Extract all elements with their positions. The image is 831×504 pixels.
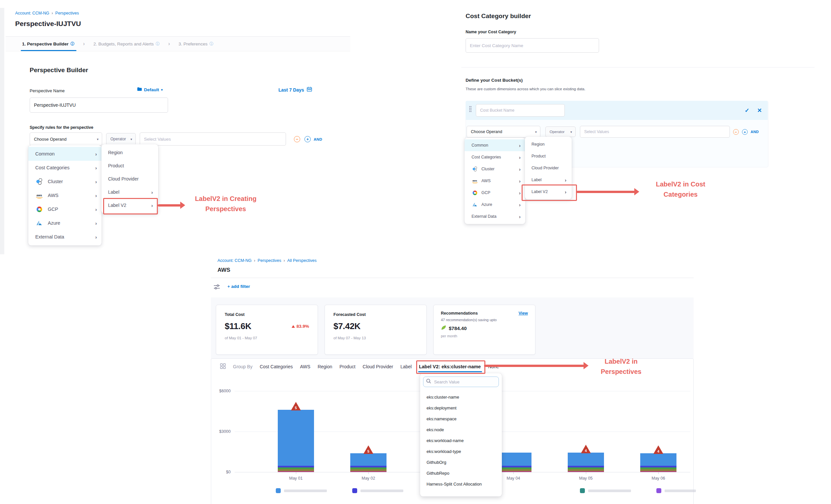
chevron-right-icon (95, 234, 97, 240)
label-value-eks-workload-name[interactable]: eks:workload-name (423, 435, 499, 446)
submenu-item-cloud-provider[interactable]: Cloud Provider (525, 162, 572, 174)
submenu-item-cloud-provider[interactable]: Cloud Provider (102, 172, 158, 185)
cost-delta: 83.9% (292, 324, 309, 329)
remove-rule-button[interactable] (294, 136, 300, 142)
operand-menu: CommonCost CategoriesClusterawsAWSGCPAzu… (28, 145, 102, 245)
operand-menu-item-external-data[interactable]: External Data (465, 210, 525, 223)
cost-bucket-name-input[interactable] (476, 104, 565, 117)
date-range-picker[interactable]: Last 7 Days (279, 87, 312, 93)
filter-icon[interactable] (213, 284, 220, 291)
group-by-region[interactable]: Region (318, 364, 332, 369)
operand-menu-item-cost-categories[interactable]: Cost Categories (28, 161, 102, 175)
chevron-right-icon (52, 10, 53, 16)
operand-menu-item-azure[interactable]: Azure (28, 216, 102, 230)
operator-select-right[interactable]: Operator (545, 126, 576, 137)
cost-bar-may-01[interactable] (278, 410, 314, 472)
chevron-right-icon (95, 165, 97, 171)
label-value-harness-split-cost-allocation[interactable]: Harness-Split Cost Allocation (423, 479, 499, 490)
operand-menu-item-cluster[interactable]: Cluster (465, 163, 525, 175)
page-title: Perspective-IUJTVU (15, 20, 81, 28)
select-values-input-right[interactable] (580, 126, 730, 138)
search-value-input[interactable] (433, 379, 491, 385)
add-filter-button[interactable]: + add filter (227, 284, 250, 289)
operand-menu-item-cluster[interactable]: Cluster (28, 175, 102, 188)
group-by-cost-categories[interactable]: Cost Categories (260, 364, 293, 369)
legend-chip (656, 488, 661, 493)
breadcrumb-bottom: Account: CCM-NG Perspectives All Perspec… (218, 258, 317, 263)
forecasted-cost-period: of May 07 - May 13 (334, 336, 418, 340)
and-label-right: AND (751, 130, 759, 134)
tab-perspective-builder[interactable]: 1. Perspective Builderⓘ (22, 41, 75, 47)
submenu-item-region[interactable]: Region (102, 146, 158, 159)
operand-menu-item-common[interactable]: Common (28, 147, 102, 161)
group-by-aws[interactable]: AWS (300, 364, 310, 369)
breadcrumb-perspectives-link[interactable]: Perspectives (258, 258, 281, 263)
y-axis-label: $6000 (211, 389, 231, 393)
label-value-eks-workload-type[interactable]: eks:workload-type (423, 446, 499, 457)
view-recommendations-link[interactable]: View (519, 311, 528, 316)
tab-preferences[interactable]: 3. Preferencesⓘ (179, 41, 213, 47)
and-label: AND (314, 137, 322, 141)
label-value-eks-node[interactable]: eks:node (423, 424, 499, 435)
breadcrumb: Account: CCM-NG Perspectives (15, 10, 79, 16)
breadcrumb-account-link[interactable]: Account: CCM-NG (218, 258, 252, 263)
perspective-name-input[interactable] (30, 97, 168, 113)
cost-bar-may-05[interactable] (568, 453, 604, 472)
legend-chip (580, 488, 585, 493)
cost-category-name-input[interactable] (466, 38, 599, 53)
choose-operand-select-right[interactable]: Choose Operand (466, 126, 540, 138)
remove-rule-button-right[interactable] (733, 129, 739, 135)
operand-menu-item-azure[interactable]: Azure (465, 199, 525, 210)
cost-bar-may-06[interactable] (640, 453, 677, 472)
close-bucket-icon[interactable] (757, 107, 762, 114)
confirm-bucket-icon[interactable] (745, 107, 749, 114)
annotation-creating-perspectives: LabelV2 in CreatingPerspectives (184, 194, 267, 214)
label-value-eks-namespace[interactable]: eks:namespace (423, 413, 499, 424)
chevron-right-icon (168, 41, 170, 47)
submenu-item-label[interactable]: Label (525, 174, 572, 186)
screenshot-canvas: Account: CCM-NG Perspectives Perspective… (0, 0, 831, 504)
submenu-item-region[interactable]: Region (525, 138, 572, 150)
label-value-githubrepo[interactable]: GithubRepo (423, 468, 499, 479)
breadcrumb-perspectives-link[interactable]: Perspectives (55, 11, 79, 16)
divider (211, 278, 694, 278)
perspective-name-label: Perspective Name (30, 88, 64, 93)
info-icon: ⓘ (209, 41, 213, 47)
operand-menu-item-gcp[interactable]: GCP (28, 202, 102, 216)
group-by-cloud-provider[interactable]: Cloud Provider (363, 364, 394, 369)
operand-menu-item-common[interactable]: Common (465, 139, 525, 151)
x-axis-label: May 02 (353, 476, 383, 481)
wizard-tab-bar: 1. Perspective Builderⓘ 2. Budgets, Repo… (6, 36, 350, 51)
group-by-label[interactable]: Label (400, 364, 411, 369)
info-icon: ⓘ (156, 41, 160, 47)
operand-menu-item-external-data[interactable]: External Data (28, 230, 102, 244)
choose-operand-select[interactable]: Choose Operand (30, 132, 102, 146)
operand-menu-item-gcp[interactable]: GCP (465, 187, 525, 199)
operand-menu-right: CommonCost CategoriesClusterawsAWSGCPAzu… (465, 138, 525, 224)
add-rule-button-right[interactable] (742, 129, 748, 135)
drag-handle-icon[interactable] (469, 106, 472, 113)
breadcrumb-all-perspectives-link[interactable]: All Perspectives (287, 258, 317, 263)
folder-selector[interactable]: Default (137, 87, 163, 92)
add-rule-button[interactable] (305, 136, 311, 142)
label-value-githuborg[interactable]: GithubOrg (423, 457, 499, 468)
breadcrumb-account-link[interactable]: Account: CCM-NG (15, 11, 50, 16)
operand-menu-item-aws[interactable]: awsAWS (465, 175, 525, 187)
select-values-input[interactable] (140, 132, 286, 146)
annotation-red-box (522, 184, 577, 201)
operator-select[interactable]: Operator (106, 133, 136, 145)
tab-budgets-reports-alerts[interactable]: 2. Budgets, Reports and Alertsⓘ (93, 41, 160, 47)
operand-menu-item-aws[interactable]: awsAWS (28, 188, 102, 202)
label-value-eks-cluster-name[interactable]: eks:cluster-name (423, 392, 499, 403)
operand-menu-item-cost-categories[interactable]: Cost Categories (465, 151, 525, 163)
cost-bar-may-02[interactable] (350, 453, 386, 472)
label-value-eks-deployment[interactable]: eks:deployment (423, 403, 499, 413)
left-edge-strip (0, 8, 4, 254)
submenu-item-product[interactable]: Product (525, 150, 572, 162)
group-by-product[interactable]: Product (339, 364, 355, 369)
active-step-underline (21, 50, 77, 51)
submenu-item-product[interactable]: Product (102, 159, 158, 172)
x-tick (513, 472, 514, 474)
submenu-item-label[interactable]: Label (102, 185, 158, 199)
caret-down-icon (131, 137, 132, 141)
